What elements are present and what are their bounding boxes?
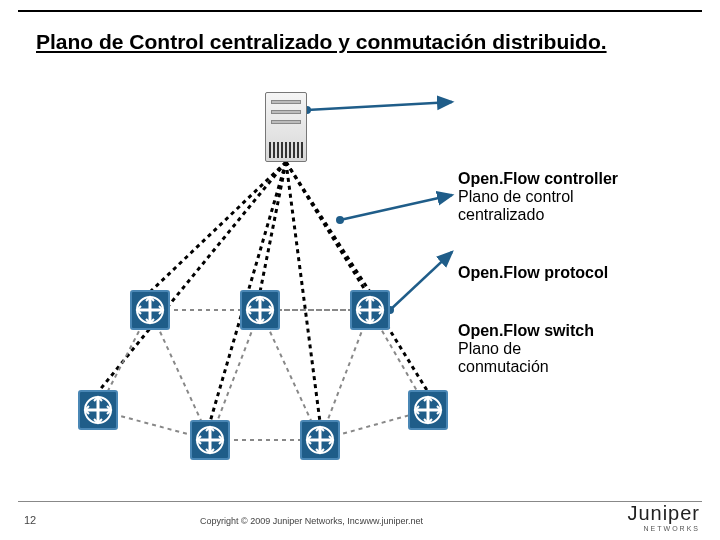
brand-sub: NETWORKS	[627, 525, 700, 532]
diagram-area: Open.Flow controller Plano de control ce…	[0, 80, 720, 460]
switch-icon	[300, 420, 340, 460]
brand-logo: Juniper NETWORKS	[627, 502, 700, 532]
annotation-switch: Open.Flow switch Plano de conmutación	[458, 322, 698, 376]
page-number: 12	[24, 514, 36, 526]
svg-line-3	[98, 162, 286, 392]
annotation-sub: conmutación	[458, 358, 698, 376]
switch-icon	[78, 390, 118, 430]
slide: Plano de Control centralizado y conmutac…	[0, 0, 720, 540]
switch-icon	[408, 390, 448, 430]
footer-rule	[18, 501, 702, 502]
annotation-sub: centralizado	[458, 206, 698, 224]
svg-line-0	[150, 162, 286, 292]
server-icon	[265, 92, 307, 162]
annotation-sub: Plano de control	[458, 188, 698, 206]
annotation-heading: Open.Flow controller	[458, 170, 698, 188]
switch-icon	[240, 290, 280, 330]
svg-line-6	[286, 162, 428, 392]
annotation-heading: Open.Flow protocol	[458, 264, 698, 282]
annotation-controller: Open.Flow controller Plano de control ce…	[458, 170, 698, 224]
annotation-sub: Plano de	[458, 340, 698, 358]
annotation-column: Open.Flow controller Plano de control ce…	[458, 170, 698, 416]
svg-line-24	[390, 252, 452, 310]
copyright-text: Copyright © 2009 Juniper Networks, Inc.	[200, 516, 362, 526]
svg-line-23	[340, 195, 452, 220]
switch-icon	[190, 420, 230, 460]
switch-icon	[130, 290, 170, 330]
svg-line-5	[286, 162, 320, 422]
svg-line-1	[260, 162, 286, 292]
annotation-protocol: Open.Flow protocol	[458, 264, 698, 282]
footer-url: www.juniper.net	[360, 516, 423, 526]
brand-name: Juniper	[627, 502, 700, 525]
top-rule	[18, 10, 702, 12]
slide-title: Plano de Control centralizado y conmutac…	[36, 30, 684, 54]
svg-line-19	[307, 102, 452, 110]
switch-icon	[350, 290, 390, 330]
annotation-heading: Open.Flow switch	[458, 322, 698, 340]
svg-line-2	[286, 162, 370, 292]
